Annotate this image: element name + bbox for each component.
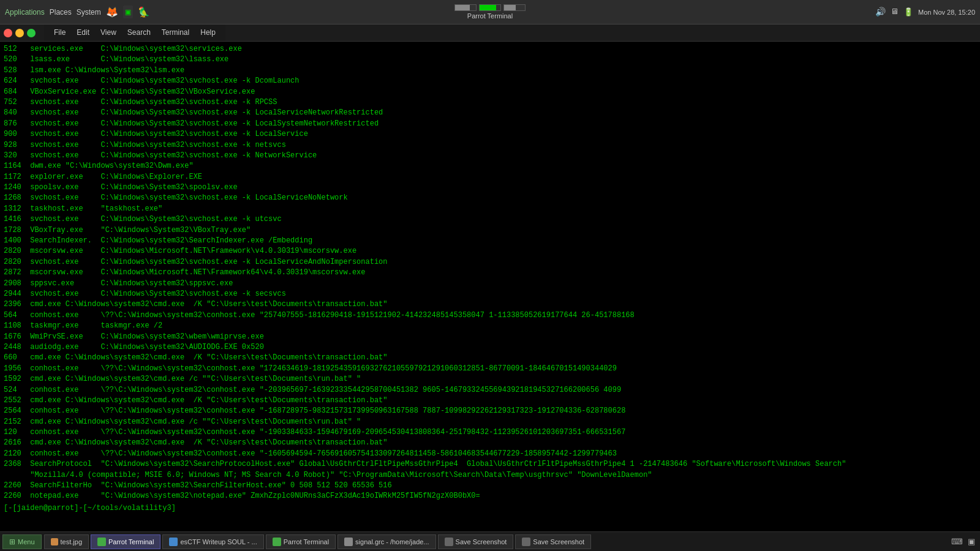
firefox-icon[interactable]: 🦊 — [106, 6, 118, 18]
term-line-40: 2368 SearchProtocol "C:\Windows\system32… — [4, 459, 976, 470]
term-line-34: 2552 cmd.exe C:\Windows\system32\cmd.exe… — [4, 395, 976, 406]
term-line-23: 2908 sppsvc.exe C:\Windows\system32\spps… — [4, 279, 976, 289]
term-line-11: 320 svchost.exe C:\Windows\system32\svch… — [4, 151, 976, 161]
taskbar-apps: test.jpg Parrot Terminal esCTF Writeup S… — [44, 534, 949, 549]
doc-icon — [169, 538, 178, 546]
term-line-14: 1240 spoolsv.exe C:\Windows\System32\spo… — [4, 182, 976, 193]
terminal-content: 512 services.exe C:\Windows\system32\ser… — [0, 42, 980, 531]
term-line-39: 2120 conhost.exe \??\C:\Windows\system32… — [4, 449, 976, 459]
term-line-28: 1676 WmiPrvSE.exe C:\Windows\system32\wb… — [4, 332, 976, 342]
menu-terminal[interactable]: Terminal — [157, 27, 194, 38]
term-line-3: 528 lsm.exe C:\Windows\System32\lsm.exe — [4, 66, 976, 76]
taskbar-label-save-1: Save Screenshot — [456, 538, 507, 545]
taskbar-label-signal: signal.grc - /home/jade... — [355, 538, 429, 545]
parrot-icon[interactable]: 🦜 — [138, 6, 150, 18]
titlebar-left: Applications Places System 🦊 ▣ 🦜 — [5, 6, 150, 18]
minimize-button[interactable] — [15, 29, 24, 37]
taskbar-label-testjpg: test.jpg — [61, 538, 82, 545]
term-line-21: 2820 svchost.exe C:\Windows\system32\svc… — [4, 257, 976, 268]
taskbar-item-save-screenshot-2[interactable]: Save Screenshot — [515, 534, 591, 549]
term-line-19: 1400 SearchIndexer. C:\Windows\system32\… — [4, 236, 976, 246]
term-line-37: 120 conhost.exe \??\C:\Windows\system32\… — [4, 427, 976, 438]
term-line-26: 564 conhost.exe \??\C:\Windows\system32\… — [4, 310, 976, 321]
apps-menu[interactable]: Applications — [5, 8, 45, 17]
close-button[interactable] — [4, 29, 12, 37]
term-line-7: 840 svchost.exe C:\Windows\System32\svch… — [4, 108, 976, 118]
taskbar-item-parrot-terminal-active[interactable]: Parrot Terminal — [91, 534, 160, 549]
term-line-16: 1312 taskhost.exe "taskhost.exe" — [4, 204, 976, 214]
term-line-32: 1592 cmd.exe C:\Windows\system32\cmd.exe… — [4, 374, 976, 384]
term-line-42: 2260 SearchFilterHo "C:\Windows\system32… — [4, 481, 976, 491]
term-line-17: 1416 svchost.exe C:\Windows\System32\svc… — [4, 214, 976, 225]
term-line-2: 520 lsass.exe C:\Windows\system32\lsass.… — [4, 54, 976, 65]
taskbar-item-signal[interactable]: signal.grc - /home/jade... — [337, 534, 435, 549]
menubar: File Edit View Search Terminal Help — [44, 24, 225, 42]
signal-icon — [344, 538, 353, 546]
taskbar: ⊞ Menu test.jpg Parrot Terminal esCTF Wr… — [0, 531, 980, 551]
terminal-icon-active — [97, 538, 106, 546]
volume-icon[interactable]: 🔊 — [875, 7, 886, 17]
terminal-icon-2 — [273, 538, 281, 546]
display-icon[interactable]: 🖥 — [891, 7, 899, 17]
maximize-button[interactable] — [27, 29, 36, 37]
places-menu[interactable]: Places — [50, 8, 72, 17]
term-line-13: 1172 explorer.exe C:\Windows\Explorer.EX… — [4, 172, 976, 182]
taskbar-label-parrot-terminal-2: Parrot Terminal — [284, 538, 329, 545]
term-line-31: 1956 conhost.exe \??\C:\Windows\system32… — [4, 364, 976, 374]
term-line-43: 2260 notepad.exe "C:\Windows\system32\no… — [4, 491, 976, 501]
term-line-5: 684 VBoxService.exe C:\Windows\System32\… — [4, 87, 976, 97]
term-line-1: 512 services.exe C:\Windows\system32\ser… — [4, 44, 976, 54]
term-line-33: 524 conhost.exe \??\C:\Windows\system32\… — [4, 385, 976, 395]
term-line-9: 900 svchost.exe C:\Windows\system32\svch… — [4, 129, 976, 140]
desktop-icon[interactable]: ▣ — [968, 537, 975, 546]
taskbar-tray: ⌨ ▣ — [951, 537, 978, 546]
menu-help[interactable]: Help — [195, 27, 221, 38]
taskbar-label-parrot-terminal: Parrot Terminal — [108, 538, 154, 545]
term-line-29: 2448 audiodg.exe C:\Windows\system32\AUD… — [4, 342, 976, 353]
term-line-38: 2616 cmd.exe C:\Windows\system32\cmd.exe… — [4, 438, 976, 448]
taskbar-label-save-2: Save Screenshot — [533, 538, 584, 545]
term-line-30: 660 cmd.exe C:\Windows\system32\cmd.exe … — [4, 353, 976, 363]
titlebar: Applications Places System 🦊 ▣ 🦜 Parrot … — [0, 0, 980, 24]
start-menu-label: Menu — [18, 538, 35, 545]
taskbar-item-testjpg[interactable]: test.jpg — [44, 534, 89, 549]
window-title: Parrot Terminal — [467, 12, 513, 20]
term-line-27: 1108 taskmgr.exe taskmgr.exe /2 — [4, 321, 976, 331]
keyboard-icon[interactable]: ⌨ — [951, 537, 963, 546]
term-line-15: 1268 svchost.exe C:\Windows\system32\svc… — [4, 193, 976, 203]
menu-edit[interactable]: Edit — [72, 27, 94, 38]
term-line-18: 1728 VBoxTray.exe "C:\Windows\System32\V… — [4, 225, 976, 236]
term-line-10: 928 svchost.exe C:\Windows\system32\svch… — [4, 140, 976, 151]
term-line-25: 2396 cmd.exe C:\Windows\system32\cmd.exe… — [4, 299, 976, 310]
taskbar-item-save-screenshot-1[interactable]: Save Screenshot — [438, 534, 514, 549]
save-screenshot-icon-2 — [522, 538, 530, 546]
term-line-20: 2820 mscorsvw.exe C:\Windows\Microsoft.N… — [4, 246, 976, 257]
term-line-4: 624 svchost.exe C:\Windows\system32\svch… — [4, 76, 976, 86]
menu-file[interactable]: File — [49, 27, 70, 38]
term-line-41: "Mozilla/4.0 (compatible; MSIE 6.0; Wind… — [4, 470, 976, 481]
term-line-8: 876 svchost.exe C:\Windows\System32\svch… — [4, 119, 976, 129]
term-line-12: 1164 dwm.exe "C:\Windows\system32\Dwm.ex… — [4, 161, 976, 171]
menu-view[interactable]: View — [96, 27, 121, 38]
start-menu-button[interactable]: ⊞ Menu — [2, 534, 42, 549]
taskbar-item-parrot-terminal-2[interactable]: Parrot Terminal — [266, 534, 336, 549]
system-menu[interactable]: System — [77, 8, 101, 17]
term-line-36: 2152 cmd.exe C:\Windows\system32\cmd.exe… — [4, 417, 976, 427]
taskbar-item-esctf[interactable]: esCTF Writeup SOUL - ... — [162, 534, 263, 549]
terminal-tray-icon[interactable]: ▣ — [123, 6, 133, 18]
term-line-24: 2944 svchost.exe C:\Windows\System32\svc… — [4, 289, 976, 299]
term-line-35: 2564 conhost.exe \??\C:\Windows\system32… — [4, 406, 976, 416]
term-line-22: 2872 mscorsvw.exe C:\Windows\Microsoft.N… — [4, 268, 976, 278]
image-icon — [51, 538, 58, 545]
clock: Mon Nov 28, 15:20 — [918, 9, 975, 16]
menu-search[interactable]: Search — [123, 27, 156, 38]
save-screenshot-icon-1 — [445, 538, 453, 546]
battery-icon[interactable]: 🔋 — [903, 7, 913, 17]
term-line-6: 752 svchost.exe C:\Windows\system32\svch… — [4, 97, 976, 108]
start-menu-icon: ⊞ — [9, 538, 15, 546]
taskbar-label-esctf: esCTF Writeup SOUL - ... — [180, 538, 257, 545]
prompt-line[interactable]: [-[jaiden@parrot]-[~/tools/volatility3] — [4, 503, 976, 514]
